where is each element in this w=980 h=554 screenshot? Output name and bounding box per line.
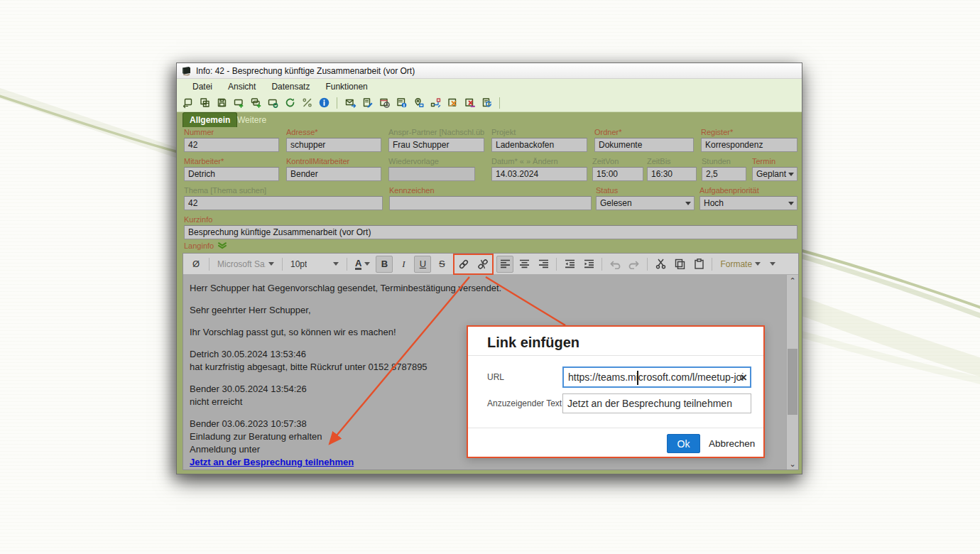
- tab-allgemein[interactable]: Allgemein: [183, 112, 237, 127]
- zeitvon-input[interactable]: 15:00: [592, 167, 643, 181]
- main-toolbar: [177, 94, 802, 112]
- field-kontrollmitarbeiter: KontrollMitarbeiter Bender: [286, 157, 381, 181]
- strikethrough-button[interactable]: S: [433, 256, 450, 273]
- thema-input[interactable]: 42: [184, 196, 383, 210]
- editor-line: Herr Schupper hat Gegenvorschlag gesende…: [190, 282, 780, 295]
- field-label: Mitarbeiter*: [184, 157, 279, 165]
- field-mitarbeiter: Mitarbeiter* Detrich: [184, 157, 279, 181]
- more-options-select[interactable]: [766, 256, 779, 273]
- font-color-button[interactable]: A: [352, 256, 374, 273]
- scrollbar-thumb[interactable]: [788, 349, 797, 415]
- appointment-clock-icon[interactable]: [376, 95, 392, 111]
- register-input[interactable]: Korrespondenz: [701, 138, 797, 152]
- datum-input[interactable]: 14.03.2024: [491, 167, 587, 181]
- url-value: https://teams.microsoft.com/l/meetup-joi: [568, 371, 744, 383]
- decrease-indent-button[interactable]: [561, 256, 578, 273]
- zeitbis-input[interactable]: 16:30: [647, 167, 697, 181]
- save-layout-icon[interactable]: [197, 95, 212, 111]
- refresh-icon[interactable]: [282, 95, 298, 111]
- copy-button[interactable]: [671, 256, 688, 273]
- export-cancel-red-icon[interactable]: [462, 95, 477, 111]
- url-input[interactable]: https://teams.microsoft.com/l/meetup-joi…: [562, 366, 751, 388]
- send-mail-icon[interactable]: [342, 95, 358, 111]
- underline-letter: U: [420, 259, 426, 269]
- field-label: Aufgabenpriorität: [699, 186, 797, 195]
- menu-datensatz[interactable]: Datensatz: [264, 80, 317, 93]
- stunden-input[interactable]: 2,5: [702, 167, 746, 181]
- field-kennzeichen: Kennzeichen: [389, 186, 592, 210]
- new-record-icon[interactable]: [231, 95, 246, 111]
- menu-funktionen[interactable]: Funktionen: [318, 80, 374, 93]
- info-icon[interactable]: [316, 95, 332, 111]
- kurzinfo-input[interactable]: Besprechung künftige Zusammenarbeit (vor…: [184, 225, 797, 239]
- field-register: Register* Korrespondenz: [701, 128, 797, 152]
- insert-link-dialog: Link einfügen URL https://teams.microsof…: [467, 325, 765, 458]
- redo-button[interactable]: [626, 256, 643, 273]
- display-text-input[interactable]: Jetzt an der Besprechung teilnehmen: [562, 393, 751, 413]
- italic-button[interactable]: I: [395, 256, 412, 273]
- underline-button[interactable]: U: [414, 256, 431, 273]
- increase-indent-button[interactable]: [580, 256, 597, 273]
- field-label: Adresse*: [286, 128, 381, 136]
- record-info-icon[interactable]: [393, 95, 409, 111]
- cancel-button[interactable]: Abbrechen: [709, 438, 755, 449]
- bold-button[interactable]: B: [376, 256, 393, 273]
- editor-line: Sehr geehrter Herr Schupper,: [190, 304, 780, 317]
- menu-datei[interactable]: Datei: [185, 80, 219, 93]
- editor-toolbar-separator: [647, 258, 648, 271]
- meeting-join-link[interactable]: Jetzt an der Besprechung teilnehmen: [190, 456, 354, 469]
- insert-link-button[interactable]: [455, 256, 472, 273]
- termin-select[interactable]: Geplant: [752, 167, 797, 181]
- font-size-select[interactable]: 10pt: [287, 256, 342, 273]
- menu-bar: Datei Ansicht Datensatz Funktionen: [177, 79, 802, 94]
- field-ordner: Ordner* Dokumente: [594, 128, 694, 152]
- wiedervorlage-input[interactable]: [388, 167, 475, 181]
- undo-button[interactable]: [606, 256, 624, 273]
- document-history-icon[interactable]: [479, 95, 494, 111]
- clear-icon[interactable]: ×: [740, 371, 747, 384]
- remove-link-button[interactable]: [474, 256, 491, 273]
- pin-task-icon[interactable]: [410, 95, 426, 111]
- projekt-input[interactable]: Ladenbackofen: [491, 138, 587, 152]
- paste-button[interactable]: [690, 256, 707, 273]
- editor-scrollbar[interactable]: ⌃ ⌄: [786, 275, 798, 469]
- align-left-button[interactable]: [496, 256, 513, 273]
- field-label: KontrollMitarbeiter: [286, 157, 381, 165]
- scroll-down-icon[interactable]: ⌄: [789, 460, 795, 467]
- align-right-button[interactable]: [535, 256, 552, 273]
- menu-ansicht[interactable]: Ansicht: [221, 80, 263, 93]
- kennzeichen-input[interactable]: [389, 196, 592, 210]
- align-center-button[interactable]: [516, 256, 533, 273]
- field-label: Projekt: [491, 128, 587, 136]
- aufgabenprioritaet-select[interactable]: Hoch: [699, 196, 797, 210]
- adresse-input[interactable]: schupper: [286, 138, 381, 152]
- anspr-partner-input[interactable]: Frau Schupper: [388, 138, 484, 152]
- clear-format-button[interactable]: Ø: [187, 256, 205, 273]
- font-family-select[interactable]: Microsoft Sa...: [214, 256, 278, 273]
- delete-record-icon[interactable]: [265, 95, 281, 111]
- discard-icon[interactable]: [299, 95, 315, 111]
- ordner-input[interactable]: Dokumente: [594, 138, 694, 152]
- editor-toolbar-separator: [601, 258, 602, 271]
- save-icon[interactable]: [214, 95, 229, 111]
- ok-button[interactable]: Ok: [667, 434, 700, 453]
- export-cancel-orange-icon[interactable]: [445, 95, 460, 111]
- chevron-down-icon: [788, 173, 794, 179]
- export-record-icon[interactable]: [180, 95, 195, 111]
- nummer-input[interactable]: 42: [184, 138, 279, 152]
- cut-button[interactable]: [652, 256, 669, 273]
- status-select[interactable]: Gelesen: [596, 196, 695, 210]
- edit-note-icon[interactable]: [359, 95, 375, 111]
- editor-toolbar-separator: [556, 258, 557, 271]
- mitarbeiter-input[interactable]: Detrich: [184, 167, 279, 181]
- kontrollmitarbeiter-input[interactable]: Bender: [286, 167, 381, 181]
- collapse-chevron-icon[interactable]: [217, 242, 227, 249]
- divider: [468, 428, 763, 428]
- formate-select[interactable]: Formate: [717, 256, 764, 273]
- workflow-icon[interactable]: [428, 95, 443, 111]
- field-label: Stunden: [702, 157, 746, 165]
- scroll-up-icon[interactable]: ⌃: [789, 277, 795, 284]
- copy-record-icon[interactable]: [248, 95, 263, 111]
- field-datum: Datum* « » Ändern 14.03.2024: [491, 157, 587, 181]
- tab-weitere[interactable]: Weitere: [231, 112, 273, 127]
